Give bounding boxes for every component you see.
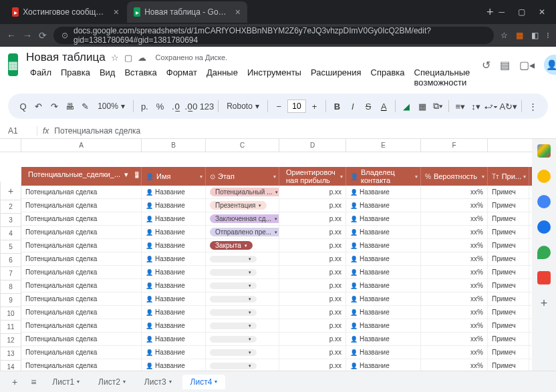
comment-icon[interactable]: ▤ [500, 59, 510, 71]
cell[interactable]: Примеч [488, 199, 529, 212]
maps-sideicon[interactable] [537, 246, 551, 259]
cell[interactable]: Отправлено пре...▾ [206, 226, 279, 238]
cell[interactable]: p.xx [279, 319, 346, 332]
cell[interactable]: p.xx [279, 292, 346, 305]
cell[interactable]: p.xx [279, 279, 346, 292]
cell[interactable]: Потенциальная сделка [21, 239, 142, 252]
cell[interactable]: xx% [421, 186, 488, 198]
cell[interactable]: Потенциальная сделка [21, 212, 142, 225]
forward-button[interactable]: → [23, 30, 32, 41]
cell[interactable]: 👤Название [346, 359, 421, 371]
cell[interactable]: p.xx [279, 359, 346, 371]
calendar-sideicon[interactable] [537, 144, 551, 158]
cell[interactable]: 👤Название [142, 306, 206, 319]
menu-вставка[interactable]: Вставка [120, 65, 160, 89]
cell[interactable]: Примеч [488, 226, 529, 238]
paint-format-button[interactable]: ✎ [78, 97, 92, 115]
addon-sideicon[interactable] [537, 271, 551, 284]
cell[interactable]: Потенциальная сделка [21, 292, 142, 305]
sheet-tab[interactable]: Лист4 ▾ [182, 375, 226, 389]
cell[interactable]: 👤Название [142, 333, 206, 345]
cell[interactable]: 👤Название [346, 199, 421, 212]
cell[interactable]: Потенциальная сделка [21, 333, 142, 345]
browser-tab[interactable]: ▸Новая таблица - Google Табл..× [127, 1, 247, 23]
add-row-button[interactable]: + [0, 182, 21, 200]
star-icon[interactable]: ☆ [111, 53, 119, 63]
extensions-icon[interactable]: ⁝ [547, 31, 549, 40]
col-header[interactable]: E [346, 139, 421, 152]
strike-button[interactable]: S [361, 97, 375, 115]
cell[interactable]: Потенциальный ...▾ [206, 186, 279, 198]
cell[interactable]: Примеч [488, 319, 529, 332]
cell[interactable]: 👤Название [142, 212, 206, 225]
col-header[interactable]: B [142, 139, 206, 152]
cell[interactable]: xx% [421, 359, 488, 371]
cell[interactable]: xx% [421, 239, 488, 252]
cell[interactable]: p.xx [279, 186, 346, 198]
halign-button[interactable]: ≡▾ [453, 97, 467, 115]
reload-button[interactable]: ⟳ [39, 30, 47, 41]
cell[interactable]: Потенциальная сделка [21, 346, 142, 359]
cell[interactable]: xx% [421, 226, 488, 238]
cell[interactable]: Примеч [488, 306, 529, 319]
cell[interactable]: xx% [421, 279, 488, 292]
menu-справка[interactable]: Справка [367, 65, 409, 89]
cell[interactable]: xx% [421, 306, 488, 319]
font-select[interactable]: Roboto ▾ [223, 102, 263, 111]
col-header[interactable]: C [206, 139, 279, 152]
row-header[interactable]: 8 [0, 280, 21, 294]
cell[interactable]: p.xx [279, 346, 346, 359]
cell[interactable]: Потенциальная сделка [21, 306, 142, 319]
cell[interactable]: 👤Название [142, 199, 206, 212]
cell[interactable]: 👤Название [346, 266, 421, 278]
row-header[interactable]: 3 [0, 214, 21, 227]
cell[interactable]: p.xx [279, 333, 346, 345]
cell[interactable]: Примеч [488, 346, 529, 359]
table-header[interactable]: ⊙Этап▾ [206, 167, 279, 186]
cell[interactable]: xx% [421, 292, 488, 305]
ext-icon[interactable]: ◧ [531, 31, 539, 40]
close-tab-icon[interactable]: × [235, 7, 241, 17]
cell[interactable]: 👤Название [346, 306, 421, 319]
font-size-input[interactable] [287, 100, 306, 113]
addons-plus-icon[interactable]: + [541, 297, 548, 311]
wrap-button[interactable]: ⮐▾ [484, 97, 499, 115]
valign-button[interactable]: ↕▾ [468, 97, 482, 115]
menu-формат[interactable]: Формат [162, 65, 201, 89]
name-box[interactable]: A1 [3, 126, 37, 136]
meet-icon[interactable]: ▢◂ [519, 59, 535, 71]
text-color-button[interactable]: A [377, 97, 391, 115]
sheets-logo[interactable]: ▦ [8, 53, 18, 76]
new-tab-button[interactable]: + [481, 5, 499, 19]
more-tools-button[interactable]: ⋮ [526, 97, 540, 115]
col-header[interactable]: A [21, 139, 142, 152]
formula-bar[interactable]: Потенциальная сделка [54, 126, 140, 136]
cell[interactable]: ▾ [206, 252, 279, 265]
row-header[interactable]: 4 [0, 227, 21, 240]
cell[interactable]: 👤Название [142, 186, 206, 198]
italic-button[interactable]: I [345, 97, 360, 115]
cell[interactable]: Примеч [488, 333, 529, 345]
cell[interactable]: Примеч [488, 252, 529, 265]
font-dec-button[interactable]: − [272, 97, 286, 115]
cell[interactable]: Примеч [488, 266, 529, 278]
row-header[interactable]: 7 [0, 267, 21, 280]
cell[interactable]: 👤Название [142, 266, 206, 278]
cell[interactable]: p.xx [279, 239, 346, 252]
fill-color-button[interactable]: ◢ [400, 97, 414, 115]
add-sheet-button[interactable]: + [7, 374, 23, 390]
cell[interactable]: p.xx [279, 306, 346, 319]
sheet-tab[interactable]: Лист3 ▾ [136, 375, 180, 389]
cell[interactable]: Примеч [488, 212, 529, 225]
cell[interactable]: 👤Название [346, 186, 421, 198]
cell[interactable]: Примеч [488, 279, 529, 292]
menu-файл[interactable]: Файл [26, 65, 55, 89]
cell[interactable]: xx% [421, 199, 488, 212]
decrease-decimal-button[interactable]: .0̲ [168, 97, 182, 115]
cell[interactable]: xx% [421, 346, 488, 359]
table-header[interactable]: Ориентировочная прибыль▾ [279, 167, 346, 186]
maximize-button[interactable]: ▢ [518, 7, 525, 17]
bold-button[interactable]: B [330, 97, 344, 115]
cell[interactable]: xx% [421, 252, 488, 265]
cell[interactable]: Потенциальная сделка [21, 226, 142, 238]
